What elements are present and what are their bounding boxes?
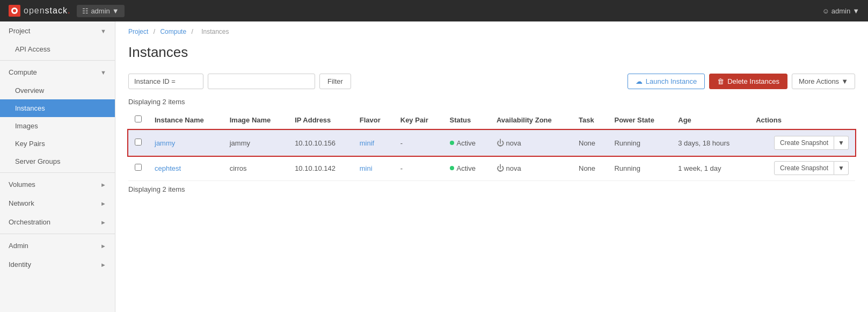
row1-checkbox[interactable] <box>135 139 142 146</box>
sidebar-group-orchestration[interactable]: Orchestration ► <box>0 213 115 231</box>
table-row: jammy jammy 10.10.10.156 minif - Active <box>128 130 855 156</box>
header-key-pair: Key Pair <box>394 110 443 130</box>
filter-select[interactable]: Instance ID = Instance Name = Status = <box>128 74 203 89</box>
chevron-down-icon: ▼ <box>100 28 106 34</box>
sidebar-group-project[interactable]: Project ▼ <box>0 21 115 40</box>
header-checkbox-col <box>128 110 148 130</box>
header-instance-name: Instance Name <box>148 110 223 130</box>
user-chevron: ▼ <box>852 7 859 15</box>
sidebar-item-images[interactable]: Images <box>0 117 115 135</box>
header-ip-address: IP Address <box>288 110 353 130</box>
page-header: Instances <box>115 40 868 69</box>
header-power-state: Power State <box>608 110 672 130</box>
row1-actions: Create Snapshot ▼ <box>749 130 855 156</box>
filter-button[interactable]: Filter <box>319 74 351 89</box>
logo-text: openstack. <box>24 6 70 16</box>
sidebar-group-admin[interactable]: Admin ► <box>0 236 115 255</box>
instances-table: Instance Name Image Name IP Address Flav… <box>128 110 855 181</box>
breadcrumb-sep-2: / <box>191 28 193 35</box>
cloud-icon: ☁ <box>636 77 643 85</box>
row2-instance-name: cephtest <box>148 156 223 181</box>
header-task: Task <box>572 110 608 130</box>
row1-status-text: Active <box>457 139 476 147</box>
chevron-down-icon-2: ▼ <box>100 69 106 76</box>
row2-instance-link[interactable]: cephtest <box>155 164 181 172</box>
user-menu[interactable]: ☺ admin ▼ <box>822 7 859 15</box>
row1-az: ⏻ nova <box>490 130 572 156</box>
sidebar-divider-2 <box>0 172 115 173</box>
row1-ip-address: 10.10.10.156 <box>288 130 353 156</box>
sidebar-divider <box>0 60 115 61</box>
row2-ip-address: 10.10.10.142 <box>288 156 353 181</box>
row2-actions: Create Snapshot ▼ <box>749 156 855 181</box>
row1-flavor-link[interactable]: minif <box>360 139 374 147</box>
row2-status-text: Active <box>457 164 476 172</box>
sidebar-group-network[interactable]: Network ► <box>0 194 115 213</box>
row2-checkbox[interactable] <box>135 164 142 171</box>
table-wrapper: Instance Name Image Name IP Address Flav… <box>115 110 868 181</box>
launch-instance-button[interactable]: ☁ Launch Instance <box>628 74 705 89</box>
logo-icon <box>9 5 20 17</box>
table-body: jammy jammy 10.10.10.156 minif - Active <box>128 130 855 181</box>
row1-power-state: Running <box>608 130 672 156</box>
sidebar-item-key-pairs[interactable]: Key Pairs <box>0 135 115 153</box>
more-actions-button[interactable]: More Actions ▼ <box>792 74 855 89</box>
row2-image-name: cirros <box>223 156 288 181</box>
page-title: Instances <box>128 44 855 61</box>
row1-instance-link[interactable]: jammy <box>155 139 175 147</box>
row1-image-name: jammy <box>223 130 288 156</box>
sidebar-item-api-access[interactable]: API Access <box>0 40 115 58</box>
sidebar-group-identity[interactable]: Identity ► <box>0 255 115 274</box>
row2-checkbox-cell <box>128 156 148 181</box>
row2-actions-dropdown-button[interactable]: ▼ <box>834 161 849 175</box>
row1-actions-dropdown-button[interactable]: ▼ <box>834 136 849 150</box>
row2-create-snapshot-button[interactable]: Create Snapshot <box>774 161 834 175</box>
sidebar-group-compute[interactable]: Compute ▼ <box>0 63 115 82</box>
row2-power-icon: ⏻ <box>497 164 504 172</box>
trash-icon: 🗑 <box>717 77 724 85</box>
table-row: cephtest cirros 10.10.10.142 mini - Acti… <box>128 156 855 181</box>
row2-flavor-link[interactable]: mini <box>360 164 373 172</box>
header-actions: Actions <box>749 110 855 130</box>
breadcrumb-compute[interactable]: Compute <box>160 28 186 35</box>
top-nav: openstack. ☷ admin ▼ ☺ admin ▼ <box>0 0 868 21</box>
sidebar: Project ▼ API Access Compute ▼ Overview … <box>0 21 115 312</box>
sidebar-item-server-groups[interactable]: Server Groups <box>0 153 115 170</box>
project-selector[interactable]: ☷ admin ▼ <box>77 5 124 17</box>
project-icon: ☷ <box>82 7 89 15</box>
sidebar-item-overview[interactable]: Overview <box>0 82 115 99</box>
header-flavor: Flavor <box>353 110 394 130</box>
sidebar-divider-3 <box>0 234 115 234</box>
row1-power-icon: ⏻ <box>497 139 504 147</box>
row1-age: 3 days, 18 hours <box>672 130 749 156</box>
project-name: admin <box>91 7 110 15</box>
logo: openstack. <box>9 5 70 17</box>
more-actions-chevron: ▼ <box>841 77 848 85</box>
svg-point-1 <box>13 9 16 12</box>
displaying-count-top: Displaying 2 items <box>115 93 868 110</box>
row1-instance-name: jammy <box>148 130 223 156</box>
sidebar-group-volumes[interactable]: Volumes ► <box>0 175 115 194</box>
row2-power-state: Running <box>608 156 672 181</box>
row2-az: ⏻ nova <box>490 156 572 181</box>
chevron-right-icon: ► <box>100 182 106 188</box>
delete-instances-button[interactable]: 🗑 Delete Instances <box>709 74 787 89</box>
row2-status: Active <box>443 156 490 181</box>
header-image-name: Image Name <box>223 110 288 130</box>
row1-task: None <box>572 130 608 156</box>
row2-status-dot <box>450 166 454 170</box>
user-name: admin <box>831 7 850 15</box>
more-actions-label: More Actions <box>799 77 839 85</box>
breadcrumb-project[interactable]: Project <box>128 28 148 35</box>
table-header: Instance Name Image Name IP Address Flav… <box>128 110 855 130</box>
sidebar-group-network-label: Network <box>9 199 34 207</box>
chevron-right-icon-5: ► <box>100 262 106 268</box>
row1-checkbox-cell <box>128 130 148 156</box>
main-content: Project / Compute / Instances Instances … <box>115 21 868 312</box>
row2-age: 1 week, 1 day <box>672 156 749 181</box>
select-all-checkbox[interactable] <box>135 115 142 122</box>
filter-input[interactable] <box>208 74 315 89</box>
row1-create-snapshot-button[interactable]: Create Snapshot <box>774 136 834 150</box>
sidebar-item-instances[interactable]: Instances <box>0 99 115 117</box>
sidebar-group-project-label: Project <box>9 27 30 35</box>
